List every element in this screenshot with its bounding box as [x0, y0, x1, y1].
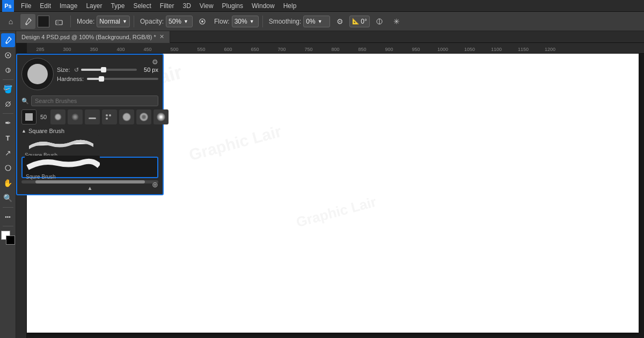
brush-tool-icon: [4, 36, 12, 44]
extra-button[interactable]: ✳: [389, 14, 404, 29]
zoom-tool[interactable]: 🔍: [1, 191, 15, 205]
clone-tool[interactable]: [1, 63, 15, 77]
tool-sep-1: [3, 79, 13, 80]
heal-tool[interactable]: [1, 48, 15, 62]
ruler-300: 300: [54, 47, 80, 52]
color-picker[interactable]: [1, 231, 15, 245]
brush-type-large[interactable]: [119, 109, 134, 124]
brush-item-1[interactable]: Square Brush: [21, 135, 158, 157]
brush-type-line[interactable]: [85, 109, 100, 124]
paint-bucket-tool[interactable]: 🪣: [1, 82, 15, 96]
angle-input[interactable]: 📐 0°: [349, 16, 370, 27]
stroke-svg-1: [24, 134, 99, 151]
brush-settings-button[interactable]: ⚙: [152, 58, 158, 66]
canvas-area: Design 4 PSD.psd @ 100% (Background, RGB…: [16, 31, 644, 338]
flow-input[interactable]: 30% ▼: [232, 16, 259, 27]
svg-rect-2: [57, 20, 59, 25]
separator-1: [70, 16, 71, 27]
menu-file[interactable]: File: [17, 1, 35, 11]
smoothing-settings-button[interactable]: ⚙: [332, 14, 347, 29]
brush-item-2[interactable]: Squre Brush: [21, 157, 158, 178]
hardness-slider[interactable]: [87, 78, 158, 80]
add-brush-button[interactable]: ⊕: [152, 180, 158, 189]
ruler-1100: 1100: [483, 47, 510, 52]
ruler-900: 900: [376, 47, 402, 52]
brush-type-dots[interactable]: [102, 109, 117, 124]
ruler-500: 500: [161, 47, 188, 52]
brush-stroke-2: [25, 156, 100, 173]
group-name-1: Square Brush: [28, 128, 64, 134]
ps-logo: Ps: [2, 0, 14, 12]
brush-type-square[interactable]: [21, 109, 36, 124]
more-tools[interactable]: •••: [1, 210, 15, 224]
menu-type[interactable]: Type: [107, 1, 128, 11]
scroll-up-button[interactable]: ▲: [17, 183, 163, 191]
pen-tool[interactable]: ✒: [1, 116, 15, 130]
brush-search-input[interactable]: [31, 95, 158, 106]
hand-tool[interactable]: ✋: [1, 176, 15, 190]
angle-value: 0°: [361, 18, 367, 25]
brush-top-row: Size: ↺ 50 px Hardness:: [21, 58, 158, 90]
brush-type-soft[interactable]: [68, 109, 83, 124]
ellipse-icon: [4, 164, 12, 172]
watermark-2: Graphic Lair: [187, 122, 283, 165]
main-area: 🪣 ✒ T ↗ ✋ 🔍 ••• Des: [0, 31, 644, 338]
clone-icon: [4, 67, 12, 74]
menu-select[interactable]: Select: [129, 1, 155, 11]
ruler-600: 600: [215, 47, 241, 52]
eraser-icon: [55, 17, 63, 26]
menu-filter[interactable]: Filter: [156, 1, 178, 11]
brush-list: ▲ Square Brush Square Brush: [17, 127, 163, 178]
dodge-tool[interactable]: [1, 97, 15, 111]
menu-window[interactable]: Window: [248, 1, 279, 11]
brush-tool-button[interactable]: [20, 14, 35, 29]
select-tool[interactable]: ↗: [1, 146, 15, 160]
brush-controls: Size: ↺ 50 px Hardness:: [57, 67, 158, 82]
ellipse-tool[interactable]: [1, 161, 15, 175]
eraser-button[interactable]: [52, 14, 67, 29]
menu-edit[interactable]: Edit: [36, 1, 55, 11]
size-slider-thumb[interactable]: [101, 67, 106, 72]
dodge-icon: [4, 100, 12, 108]
airbrush-icon: [198, 17, 207, 26]
ruler-850: 850: [349, 47, 376, 52]
brush-item-1-content: Square Brush: [24, 134, 156, 158]
watermark-3: Graphic Lair: [295, 194, 378, 231]
brush-tool[interactable]: [1, 33, 15, 47]
color-swatch[interactable]: [38, 16, 49, 27]
document-tab[interactable]: Design 4 PSD.psd @ 100% (Background, RGB…: [16, 31, 170, 43]
size-label: Size:: [57, 67, 72, 73]
ruler-1000: 1000: [429, 47, 456, 52]
symmetry-button[interactable]: [372, 14, 387, 29]
home-button[interactable]: ⌂: [3, 14, 18, 29]
hardness-label: Hardness:: [57, 76, 85, 82]
brush-type-glow[interactable]: [153, 109, 169, 124]
brush-type-feather[interactable]: [136, 109, 151, 124]
menu-view[interactable]: View: [196, 1, 217, 11]
ruler-1050: 1050: [456, 47, 483, 52]
opacity-arrow: ▼: [184, 19, 188, 24]
ruler-800: 800: [322, 47, 349, 52]
brush-type-circle[interactable]: [50, 109, 65, 124]
menu-image[interactable]: Image: [56, 1, 81, 11]
mode-dropdown[interactable]: Normal ▼: [97, 16, 130, 27]
text-tool[interactable]: T: [1, 131, 15, 145]
smoothing-input[interactable]: 0% ▼: [303, 16, 330, 27]
close-tab-button[interactable]: ✕: [159, 33, 164, 40]
mode-value: Normal: [99, 18, 120, 25]
menu-3d[interactable]: 3D: [179, 1, 194, 11]
menu-plugins[interactable]: Plugins: [218, 1, 247, 11]
menu-help[interactable]: Help: [280, 1, 301, 11]
brush-size-section: Size: ↺ 50 px Hardness:: [17, 55, 163, 95]
flow-arrow: ▼: [250, 19, 254, 24]
ruler-450: 450: [134, 47, 161, 52]
svg-point-11: [5, 165, 11, 171]
hardness-slider-thumb[interactable]: [99, 76, 104, 82]
opacity-value: 50%: [169, 18, 181, 25]
size-slider[interactable]: [81, 69, 137, 71]
airbrush-button[interactable]: [195, 14, 210, 29]
menu-layer[interactable]: Layer: [82, 1, 106, 11]
refresh-button[interactable]: ↺: [74, 67, 79, 74]
opacity-input[interactable]: 50% ▼: [166, 16, 193, 27]
size-slider-fill: [81, 69, 104, 71]
